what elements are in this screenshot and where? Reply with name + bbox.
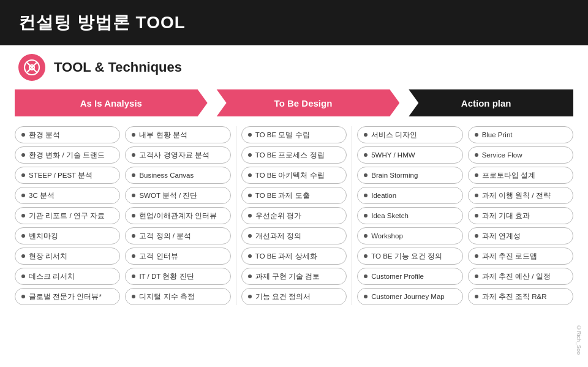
list-item: 기능 요건 정의서 (241, 288, 347, 305)
list-item: 글로벌 전문가 인터뷰* (15, 288, 120, 305)
list-item: TO BE 기능 요건 정의 (357, 248, 462, 265)
bullet-icon (132, 234, 135, 238)
bullet-icon (475, 173, 478, 177)
list-item: 기관 리포트 / 연구 자료 (15, 207, 120, 224)
list-item: 고객사 경영자료 분석 (125, 146, 230, 164)
bullet-icon (21, 214, 25, 218)
sub-header: TOOL & Techniques (0, 45, 588, 86)
banner-action: Action plan (399, 89, 573, 116)
bullet-icon (364, 274, 368, 278)
list-item: Customer Profile (357, 268, 462, 285)
bullet-icon (475, 234, 478, 238)
bullet-icon (132, 133, 135, 137)
list-item: 과제 연계성 (468, 227, 573, 244)
bullet-icon (132, 153, 135, 157)
bullet-icon (475, 153, 478, 157)
bullet-icon (475, 133, 478, 137)
banner-to-be: To Be Design (207, 89, 400, 116)
main-content: As Is Analysis To Be Design Action plan … (0, 86, 588, 311)
list-item: Service Flow (468, 146, 573, 164)
sub-header-title: TOOL & Techniques (54, 59, 182, 75)
watermark: ©Rich_Soo (576, 325, 582, 355)
bullet-icon (475, 194, 478, 197)
list-item: 과제 구현 기술 검토 (241, 268, 347, 285)
header: 컨설팅 방법론 TOOL (0, 0, 588, 45)
bullet-icon (21, 153, 25, 157)
banner-row: As Is Analysis To Be Design Action plan (15, 89, 573, 116)
tool-icon (18, 54, 45, 81)
bullet-icon (21, 194, 25, 197)
col-divider-2 (352, 126, 352, 305)
bullet-icon (21, 295, 25, 298)
bullet-icon (364, 153, 368, 157)
column-3: TO BE 모델 수립TO BE 프로세스 정립TO BE 아키텍처 수립TO … (239, 126, 349, 305)
bullet-icon (248, 173, 252, 177)
list-item: 환경 분석 (15, 126, 120, 143)
list-item: STEEP / PEST 분석 (15, 167, 120, 184)
bullet-icon (21, 254, 25, 258)
list-item: 우선순위 평가 (241, 207, 347, 224)
bullet-icon (248, 234, 252, 238)
list-item: SWOT 분석 / 진단 (125, 187, 230, 204)
column-2: 내부 현황 분석고객사 경영자료 분석Business CanvasSWOT 분… (123, 126, 233, 305)
bullet-icon (248, 153, 252, 157)
bullet-icon (475, 254, 478, 258)
list-item: TO BE 과제 상세화 (241, 248, 347, 265)
list-item: 과제 추진 조직 R&R (468, 288, 573, 305)
list-item: Blue Print (468, 126, 573, 143)
bullet-icon (132, 173, 135, 177)
list-item: Customer Journey Map (357, 288, 462, 305)
list-item: 프로토타입 설계 (468, 167, 573, 184)
bullet-icon (364, 295, 368, 298)
list-item: 3C 분석 (15, 187, 120, 204)
list-item: IT / DT 현황 진단 (125, 268, 230, 285)
list-item: TO BE 프로세스 정립 (241, 146, 347, 164)
list-item: 벤치마킹 (15, 227, 120, 244)
bullet-icon (132, 254, 135, 258)
bullet-icon (475, 295, 478, 298)
columns-container: 환경 분석환경 변화 / 기술 트랜드STEEP / PEST 분석3C 분석기… (15, 126, 573, 305)
list-item: TO BE 모델 수립 (241, 126, 347, 143)
bullet-icon (364, 254, 368, 258)
bullet-icon (21, 234, 25, 238)
bullet-icon (132, 214, 135, 218)
list-item: 현업/이해관계자 인터뷰 (125, 207, 230, 224)
bullet-icon (132, 295, 135, 298)
column-1: 환경 분석환경 변화 / 기술 트랜드STEEP / PEST 분석3C 분석기… (15, 126, 123, 305)
list-item: Idea Sketch (357, 207, 462, 224)
bullet-icon (475, 274, 478, 278)
list-item: 과제 기대 효과 (468, 207, 573, 224)
bullet-icon (132, 274, 135, 278)
bullet-icon (364, 133, 368, 137)
bullet-icon (21, 274, 25, 278)
bullet-icon (364, 214, 368, 218)
col-divider-1 (236, 126, 236, 305)
list-item: 고객 정의 / 분석 (125, 227, 230, 244)
list-item: 과제 추진 로드맵 (468, 248, 573, 265)
column-4: 서비스 디자인5WHY / HMWBrain StormingIdeationI… (355, 126, 465, 305)
bullet-icon (364, 234, 368, 238)
bullet-icon (248, 254, 252, 258)
list-item: 과제 추진 예산 / 일정 (468, 268, 573, 285)
list-item: 데스크 리서치 (15, 268, 120, 285)
list-item: 디지털 지수 측정 (125, 288, 230, 305)
list-item: 과제 이행 원칙 / 전략 (468, 187, 573, 204)
bullet-icon (248, 194, 252, 197)
list-item: Workshop (357, 227, 462, 244)
column-5: Blue PrintService Flow프로토타입 설계과제 이행 원칙 /… (466, 126, 573, 305)
bullet-icon (364, 194, 368, 197)
list-item: Ideation (357, 187, 462, 204)
list-item: TO BE 과제 도출 (241, 187, 347, 204)
list-item: Brain Storming (357, 167, 462, 184)
bullet-icon (21, 133, 25, 137)
bullet-icon (248, 133, 252, 137)
bullet-icon (248, 295, 252, 298)
list-item: 환경 변화 / 기술 트랜드 (15, 146, 120, 164)
list-item: 개선과제 정의 (241, 227, 347, 244)
list-item: 고객 인터뷰 (125, 248, 230, 265)
page-title: 컨설팅 방법론 TOOL (18, 11, 186, 34)
list-item: Business Canvas (125, 167, 230, 184)
bullet-icon (475, 214, 478, 218)
list-item: 5WHY / HMW (357, 146, 462, 164)
list-item: 현장 리서치 (15, 248, 120, 265)
